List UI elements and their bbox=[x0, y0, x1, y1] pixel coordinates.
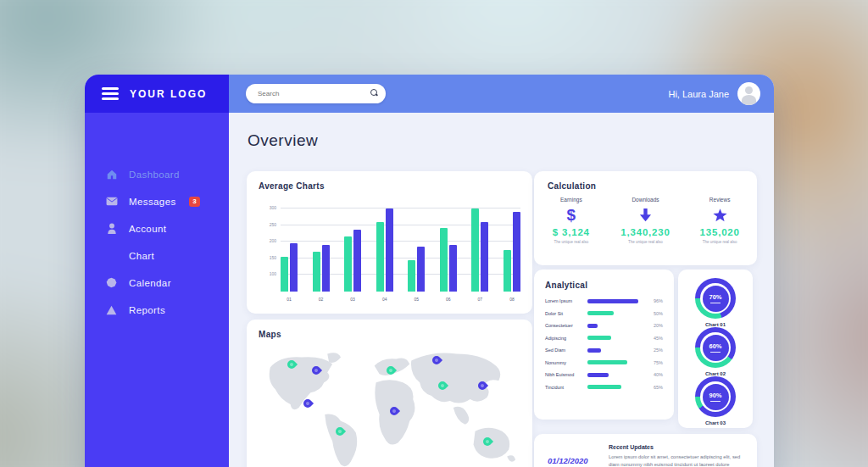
analytical-bar[interactable] bbox=[587, 311, 614, 315]
stat-reviews: Reviews135,020The unique real also bbox=[684, 197, 755, 244]
analytical-label: Dolor Sit bbox=[545, 311, 587, 316]
bar[interactable] bbox=[313, 252, 320, 292]
sidebar: DashboardMessages3AccountChartCalendarRe… bbox=[85, 113, 229, 467]
bar[interactable] bbox=[353, 230, 361, 292]
bar-group bbox=[504, 212, 520, 292]
bar[interactable] bbox=[408, 260, 415, 292]
bar[interactable] bbox=[376, 222, 384, 292]
analytical-bar-track bbox=[587, 324, 640, 328]
bar[interactable] bbox=[504, 250, 511, 292]
star-icon bbox=[713, 206, 727, 225]
y-axis-tick: 100 bbox=[270, 271, 276, 276]
recent-date: 01/12/2020 bbox=[548, 456, 588, 465]
analytical-bar[interactable] bbox=[587, 299, 638, 303]
average-charts-card: Average Charts 100150200250300 010203040… bbox=[247, 171, 532, 314]
donut-value: 70% bbox=[709, 293, 721, 301]
analytical-value: 50% bbox=[654, 311, 663, 316]
analytical-bar[interactable] bbox=[587, 360, 627, 364]
analytical-label: Sed Diam bbox=[545, 347, 587, 353]
maps-card: Maps bbox=[247, 320, 532, 467]
donut-core: 60% bbox=[703, 335, 729, 361]
analytical-value: 20% bbox=[654, 323, 663, 328]
analytical-bar-track bbox=[587, 336, 640, 340]
maps-title: Maps bbox=[259, 330, 520, 339]
analytical-value: 40% bbox=[654, 372, 663, 377]
arrow-down-icon bbox=[639, 206, 652, 225]
stat-label: Reviews bbox=[709, 197, 731, 203]
sidebar-item-label: Messages bbox=[129, 197, 176, 207]
stat-label: Earnings bbox=[560, 197, 582, 203]
calculation-stats: Earnings$$ 3,124The unique real alsoDown… bbox=[534, 197, 757, 244]
sidebar-item-reports[interactable]: Reports bbox=[85, 301, 229, 319]
hamburger-menu-icon[interactable] bbox=[102, 87, 119, 100]
donut-core: 90% bbox=[703, 384, 729, 410]
home-icon bbox=[105, 168, 118, 181]
x-axis-tick: 08 bbox=[504, 297, 520, 302]
bar[interactable] bbox=[281, 257, 288, 292]
bar[interactable] bbox=[471, 208, 479, 292]
search-box[interactable] bbox=[246, 84, 386, 103]
analytical-label: Tincidunt bbox=[545, 385, 587, 390]
analytical-bar-track bbox=[587, 360, 640, 364]
x-axis-tick: 01 bbox=[281, 297, 298, 302]
sidebar-item-account[interactable]: Account bbox=[85, 220, 229, 237]
dashboard-window: YOUR LOGO Hi, Laura Jane DashboardMessag… bbox=[85, 75, 774, 467]
donut-value: 60% bbox=[709, 342, 721, 350]
analytical-bar[interactable] bbox=[587, 336, 611, 340]
analytical-value: 45% bbox=[654, 336, 663, 341]
screenshot-viewport: YOUR LOGO Hi, Laura Jane DashboardMessag… bbox=[0, 0, 868, 467]
donut-chart[interactable]: 70%Chart 01 bbox=[695, 278, 736, 327]
sidebar-item-calendar[interactable]: Calendar bbox=[85, 274, 229, 292]
analytical-bar[interactable] bbox=[587, 373, 609, 377]
analytical-row: Nonummy75% bbox=[545, 360, 663, 365]
bar[interactable] bbox=[290, 243, 298, 292]
bar[interactable] bbox=[513, 212, 520, 292]
analytical-value: 25% bbox=[654, 347, 663, 353]
search-icon[interactable] bbox=[370, 89, 377, 96]
bar-group bbox=[313, 245, 330, 292]
bar[interactable] bbox=[440, 228, 448, 292]
recent-title: Recent Updates bbox=[609, 444, 744, 450]
donut-underline bbox=[710, 352, 721, 353]
bar-chart-x-labels: 0102030405060708 bbox=[281, 297, 520, 302]
user-icon bbox=[105, 222, 118, 235]
analytical-bar[interactable] bbox=[587, 348, 601, 353]
analytical-row: Consectetuer20% bbox=[545, 323, 663, 328]
analytical-label: Nibh Euismod bbox=[545, 372, 587, 377]
sidebar-item-messages[interactable]: Messages3 bbox=[85, 192, 229, 210]
stat-label: Downloads bbox=[632, 197, 659, 203]
donut-value: 90% bbox=[709, 392, 721, 399]
triangle-icon bbox=[105, 303, 118, 316]
stat-caption: The unique real also bbox=[703, 240, 737, 244]
recent-updates-card: 01/12/2020 Recent Updates Lorem ipsum do… bbox=[534, 434, 757, 467]
sidebar-item-chart[interactable]: Chart bbox=[85, 247, 229, 264]
logo-bar: YOUR LOGO bbox=[85, 75, 229, 113]
donut-chart[interactable]: 90%Chart 03 bbox=[695, 376, 736, 425]
search-input[interactable] bbox=[246, 90, 356, 97]
x-axis-tick: 03 bbox=[344, 297, 361, 302]
messages-count-badge: 3 bbox=[189, 197, 200, 207]
donut-chart[interactable]: 60%Chart 02 bbox=[695, 327, 736, 376]
analytical-bar[interactable] bbox=[587, 324, 598, 328]
sidebar-item-dashboard[interactable]: Dashboard bbox=[85, 165, 229, 183]
analytical-row: Lorem Ipsum96% bbox=[545, 298, 663, 303]
bar[interactable] bbox=[386, 208, 393, 292]
x-axis-tick: 05 bbox=[408, 297, 425, 302]
donut-core: 70% bbox=[703, 286, 729, 312]
bar[interactable] bbox=[344, 236, 352, 292]
bar[interactable] bbox=[481, 222, 488, 292]
stat-value: 135,020 bbox=[700, 227, 740, 237]
donut-ring: 70% bbox=[695, 278, 736, 319]
donut-ring: 60% bbox=[695, 327, 736, 368]
bar[interactable] bbox=[449, 245, 457, 292]
bar[interactable] bbox=[322, 245, 330, 292]
analytical-label: Lorem Ipsum bbox=[545, 298, 587, 303]
analytical-label: Nonummy bbox=[545, 360, 587, 365]
stat-value: 1,340,230 bbox=[620, 227, 670, 237]
calculation-card: Calculation Earnings$$ 3,124The unique r… bbox=[534, 171, 757, 265]
average-charts-title: Average Charts bbox=[259, 181, 520, 191]
analytical-bar[interactable] bbox=[587, 385, 621, 389]
dollar-icon: $ bbox=[567, 206, 576, 225]
bar[interactable] bbox=[417, 247, 425, 292]
avatar[interactable] bbox=[737, 82, 760, 105]
